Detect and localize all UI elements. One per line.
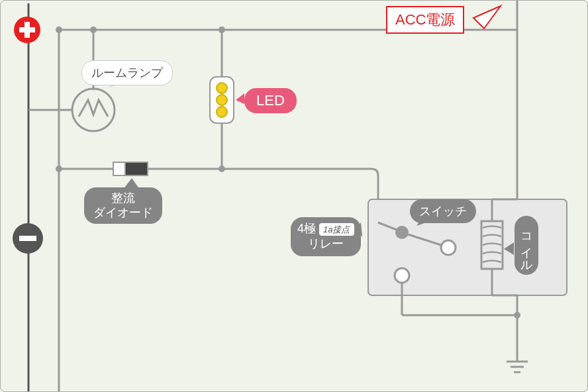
- coil-label: コイル: [514, 216, 538, 275]
- relay-label: 4極 1a接点 リレー: [291, 217, 361, 256]
- svg-point-20: [219, 166, 225, 172]
- svg-point-26: [395, 268, 409, 283]
- switch-label: スイッチ: [410, 199, 476, 223]
- relay-contact-sublabel: 1a接点: [319, 223, 354, 236]
- negative-terminal-icon: [13, 223, 43, 254]
- acc-power-label: ACC電源: [386, 6, 464, 34]
- svg-point-36: [514, 312, 520, 318]
- svg-marker-41: [236, 93, 244, 104]
- svg-rect-18: [125, 162, 148, 175]
- svg-rect-17: [113, 162, 125, 175]
- positive-terminal-icon: [14, 17, 40, 43]
- diode-label: 整流 ダイオード: [84, 187, 162, 224]
- relay-label-line1: 4極: [297, 222, 316, 235]
- relay-label-line2: リレー: [308, 237, 344, 250]
- svg-point-11: [217, 83, 227, 93]
- led-label: LED: [244, 88, 297, 113]
- diode-label-line2: ダイオード: [93, 206, 153, 219]
- svg-point-12: [217, 95, 227, 105]
- svg-point-3: [56, 26, 62, 33]
- room-lamp-label: ルームランプ: [81, 60, 173, 85]
- svg-point-9: [219, 26, 225, 33]
- svg-marker-46: [473, 6, 501, 28]
- svg-point-6: [72, 89, 115, 131]
- svg-point-13: [217, 107, 227, 117]
- circuit-diagram: ACC電源 ルームランプ LED 整流 ダイオード 4極 1a接点 リレー スイ…: [0, 0, 588, 392]
- diode-label-line1: 整流: [111, 191, 135, 205]
- svg-point-25: [441, 240, 456, 255]
- svg-point-5: [90, 26, 97, 33]
